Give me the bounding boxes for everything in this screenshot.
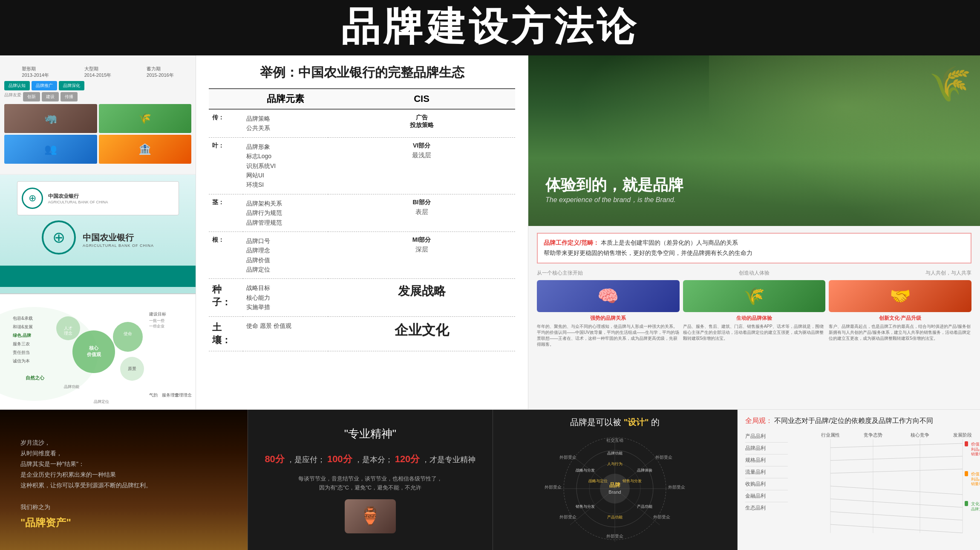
table-row-jing: 茎： 品牌架构关系品牌行为规范品牌管理规范 BI部分 表层 bbox=[209, 194, 515, 232]
stage-box-6: 传播 bbox=[61, 92, 78, 101]
bottom-item-2: "专业精神" 80分 ，是应付； 100分 ，是本分； 120分 ，才是专业精神… bbox=[248, 410, 493, 550]
svg-rect-72 bbox=[965, 441, 968, 446]
bottom3-title: 品牌是可以被 "设计" 的 bbox=[502, 417, 729, 428]
three-col-section: 🧠 强势的品牌关系 年年的、聚焦的、与众不同的心理感知，使品牌与人形成一种强大的… bbox=[537, 280, 971, 347]
cat-item-2: 品牌品利 bbox=[745, 443, 788, 454]
svg-text:销量增长: 销量增长 bbox=[971, 452, 980, 456]
text-line-4: 是企业历史行为积累出来的一种结果 bbox=[20, 469, 227, 480]
main-content: 塑形期2013-2014年 大型期2014-2015年 蓄力期2015-2016… bbox=[0, 55, 980, 409]
col2-link: 生动的品牌体验 bbox=[683, 315, 826, 322]
page-title: 品牌建设方法论 bbox=[341, 0, 639, 53]
svg-text:价值观: 价值观 bbox=[86, 352, 101, 357]
bottom3-title-highlight: "设计" bbox=[624, 417, 649, 427]
brand-circle-diagram: 品牌 Brand 社交互动 外部受众 外部受众 外部受众 外部受众 外部受众 外… bbox=[502, 433, 729, 544]
spirit-title: "专业精神" bbox=[344, 426, 396, 441]
potter-image-area: 🏺 bbox=[345, 499, 396, 533]
brand-diagram-svg: 品牌 Brand 社交互动 外部受众 外部受众 外部受众 外部受众 外部受众 外… bbox=[536, 433, 694, 544]
bank-name-zh: 中国农业银行 bbox=[83, 232, 154, 243]
spirit-scores: 80分 ，是应付； 100分 ，是本分； 120分 ，才是专业精神 bbox=[265, 450, 476, 469]
brand-thumb-1: 🦏 bbox=[4, 104, 97, 133]
phase-labels: 从一个核心主张开始 创造动人体验 与人共创，与人共享 bbox=[537, 269, 971, 277]
desc-ye: 品牌形象标志Logo识别系统VI网站UI环境SI bbox=[243, 137, 328, 194]
text-line-1: 岁月流沙， bbox=[20, 437, 227, 448]
cis-seed: 发展战略 bbox=[328, 279, 515, 316]
brain-icon: 🧠 bbox=[597, 286, 619, 306]
cis-jing-sub: 表层 bbox=[331, 208, 512, 216]
cat-item-7: 生态品利 bbox=[745, 502, 788, 514]
col3-desc: 客户、品牌最高起点，也是品牌工作的最高点，结合与时俱进的产品/服务创新拥有与人共… bbox=[829, 324, 971, 342]
brand-def-text: 本质上是去创建牢固的（差异化的）人与商品的关系 bbox=[601, 239, 738, 246]
right-bottom-area: 品牌工作定义/范畴： 本质上是去创建牢固的（差异化的）人与商品的关系 帮助带来更… bbox=[528, 226, 980, 409]
brand-experience-subtitle: The experience of the brand，is the Brand… bbox=[545, 196, 683, 205]
cis-gen-sub: 深层 bbox=[331, 246, 512, 254]
category-list: 产品品利 品牌品利 规格品利 流量品利 收购品利 金融品利 生态品利 bbox=[745, 431, 788, 514]
table-row-ye: 叶： 品牌形象标志Logo识别系统VI网站UI环境SI VI部分 最浅层 bbox=[209, 137, 515, 194]
svg-rect-76 bbox=[965, 471, 968, 476]
stage-box-2: 品牌推广 bbox=[32, 81, 57, 90]
brand-asset-text: 岁月流沙， 从时间维度看， 品牌其实是一种"结果"： 是企业历史行为积累出来的一… bbox=[10, 420, 237, 540]
cat-item-6: 金融品利 bbox=[745, 490, 788, 502]
period-label-1: 塑形期2013-2014年 bbox=[22, 66, 49, 78]
svg-line-67 bbox=[830, 469, 963, 473]
svg-text:竞争态势: 竞争态势 bbox=[864, 432, 882, 437]
svg-text:战略与定位: 战略与定位 bbox=[588, 479, 608, 483]
svg-text:核心: 核心 bbox=[89, 345, 99, 350]
svg-text:品牌为王: 品牌为王 bbox=[971, 507, 980, 511]
svg-text:战略与分发: 战略与分发 bbox=[576, 468, 595, 472]
svg-text:服务三农: 服务三农 bbox=[13, 342, 30, 346]
col-empty-header bbox=[209, 89, 243, 109]
wheat-image: 🌾 bbox=[683, 280, 826, 312]
svg-text:文化为上: 文化为上 bbox=[971, 501, 980, 506]
desc-soil: 使命 愿景 价值观 bbox=[243, 316, 328, 351]
label-chuan: 传： bbox=[209, 109, 243, 137]
wheat-icon: 🌾 bbox=[744, 286, 765, 306]
svg-text:建设目标: 建设目标 bbox=[149, 312, 166, 316]
svg-text:外部受众: 外部受众 bbox=[668, 485, 685, 489]
envelope-bank-en: AGRICULTURAL BANK OF CHINA bbox=[48, 200, 108, 204]
lines-chart-area: 行业属性 竞争态势 核心竞争 发展阶段 bbox=[796, 431, 980, 543]
svg-text:价值为上: 价值为上 bbox=[971, 442, 980, 446]
score-100: 100分 bbox=[327, 454, 352, 464]
brand-col-2: 🌾 生动的品牌体验 产品、服务、售后、建筑、门店、销售服务APP、话术等，品牌就… bbox=[683, 280, 826, 347]
bank-name-en: AGRICULTURAL BANK OF CHINA bbox=[83, 243, 154, 248]
svg-text:气韵: 气韵 bbox=[149, 393, 158, 397]
bottom4-content: 产品品利 品牌品利 规格品利 流量品利 收购品利 金融品利 生态品利 行业属性 … bbox=[745, 431, 972, 543]
score-100-label: ，是本分； bbox=[355, 455, 393, 464]
stage-box-5: 建设 bbox=[42, 92, 59, 101]
left-top-area: 塑形期2013-2014年 大型期2014-2015年 蓄力期2015-2016… bbox=[0, 55, 196, 175]
text-line-3: 品牌其实是一种"结果"： bbox=[20, 459, 227, 469]
svg-text:品牌体验: 品牌体验 bbox=[637, 468, 652, 472]
phase-3: 与人共创，与人共享 bbox=[925, 269, 971, 277]
phase-2: 创造动人体验 bbox=[739, 269, 770, 277]
svg-text:发展阶段: 发展阶段 bbox=[953, 432, 972, 437]
score-80: 80分 bbox=[265, 454, 284, 464]
lines-chart-svg: 行业属性 竞争态势 核心竞争 发展阶段 bbox=[796, 431, 980, 541]
period-label-2: 大型期2014-2015年 bbox=[84, 66, 112, 78]
svg-text:原景: 原景 bbox=[128, 366, 136, 371]
score-120: 120分 bbox=[395, 454, 420, 464]
cis-soil: 企业文化 bbox=[328, 316, 515, 351]
svg-text:一些企业: 一些企业 bbox=[149, 324, 164, 328]
svg-line-66 bbox=[830, 456, 963, 460]
svg-text:理念: 理念 bbox=[64, 331, 72, 336]
hands-icon: 🤝 bbox=[890, 286, 911, 306]
svg-text:品牌定位: 品牌定位 bbox=[94, 399, 109, 404]
col3-link: 创新文化·产品升级 bbox=[829, 315, 971, 322]
cis-jing: BI部分 表层 bbox=[328, 194, 515, 232]
desc-chuan: 品牌策略公共关系 bbox=[243, 109, 328, 137]
page-header: 品牌建设方法论 bbox=[0, 0, 980, 55]
cis-ye: VI部分 最浅层 bbox=[328, 137, 515, 194]
svg-line-65 bbox=[830, 443, 963, 448]
brand-col-3: 🤝 创新文化·产品升级 客户、品牌最高起点，也是品牌工作的最高点，结合与时俱进的… bbox=[829, 280, 971, 347]
cat-item-1: 产品品利 bbox=[745, 431, 788, 443]
table-row-soil: 土壤： 使命 愿景 价值观 企业文化 bbox=[209, 316, 515, 351]
desc-gen: 品牌口号品牌理念品牌价值品牌定位 bbox=[243, 232, 328, 279]
table-row-seed: 种子： 战略目标核心能力实施举措 发展战略 bbox=[209, 279, 515, 316]
svg-text:利品品增: 利品品增 bbox=[971, 447, 980, 452]
svg-text:管理理念: 管理理念 bbox=[175, 393, 192, 397]
mind-map-section: 核心 价值观 使命 人才 理念 原景 包容&承载 和谐&发展 绿色,品牌 服务三… bbox=[0, 294, 196, 409]
bottom3-title-suffix: 的 bbox=[651, 417, 660, 427]
brand-table: 品牌元素 CIS 传： 品牌策略公共关系 广告投放策略 叶： 品牌形象标志Log… bbox=[209, 88, 515, 351]
score-120-label: ，才是专业精神 bbox=[422, 455, 476, 464]
brand-def-highlight: 品牌工作定义/范畴： bbox=[544, 239, 599, 246]
